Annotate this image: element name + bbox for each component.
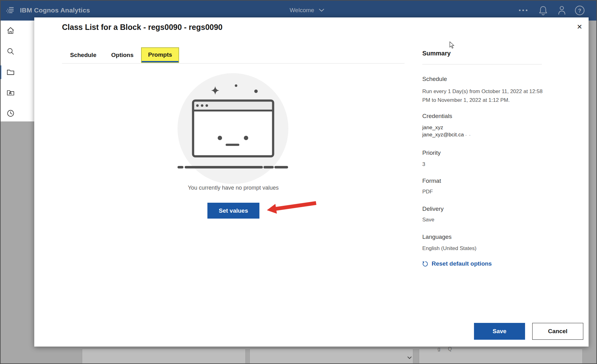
credentials-suffix: - - [465,133,471,137]
annotation-arrow [265,199,318,216]
dimmed-dropdown-chevron-icon [407,355,412,361]
selected-tab-indicator [142,61,178,62]
open-menu-icon[interactable] [5,5,16,16]
welcome-label: Welcome [290,7,314,14]
dialog-title: Class List for a Block - regs0090 - regs… [62,23,223,32]
summary-languages-label: Languages [422,234,452,240]
summary-format-label: Format [422,177,441,184]
summary-separator [422,64,542,64]
empty-prompts-illustration [175,71,291,187]
dimmed-background-card [82,349,246,364]
summary-delivery-value: Save [422,217,434,223]
reset-icon [422,261,428,267]
summary-priority-label: Priority [422,149,441,156]
my-content-icon[interactable] [6,88,15,97]
tab-prompts[interactable]: Prompts [141,47,179,63]
dimmed-background-card [249,349,413,364]
left-navigation [0,21,34,121]
recent-clock-icon[interactable] [6,109,15,118]
reset-default-options-link[interactable]: Reset default options [422,260,492,267]
summary-languages-value: English (United States) [422,245,476,252]
set-values-button[interactable]: Set values [207,203,259,219]
dimmed-background-fragment: g Q [438,346,455,352]
summary-delivery-label: Delivery [422,206,444,212]
cancel-button[interactable]: Cancel [532,323,583,340]
team-content-folder-icon[interactable] [6,68,15,77]
tab-prompts-label: Prompts [142,48,178,61]
summary-format-value: PDF [422,189,433,195]
svg-text:?: ? [578,7,581,13]
chevron-down-icon [319,9,324,12]
summary-credentials-email: jane_xyz@bcit.ca - - [422,132,471,138]
tab-options[interactable]: Options [111,47,134,63]
search-icon[interactable] [6,47,15,56]
mouse-cursor-icon [449,41,455,50]
summary-schedule-label: Schedule [422,76,447,83]
credentials-email-text: jane_xyz@bcit.ca [422,132,464,138]
summary-schedule-value: Run every 1 Day(s) from October 11, 2022… [422,87,544,105]
close-icon[interactable]: × [574,22,585,32]
summary-heading: Summary [422,50,451,57]
tabs-separator [62,63,405,64]
tab-schedule[interactable]: Schedule [70,47,96,63]
reset-default-options-label: Reset default options [432,260,492,267]
summary-credentials-user: jane_xyz [422,125,443,131]
home-icon[interactable] [6,26,15,35]
summary-priority-value: 3 [422,161,425,168]
active-nav-indicator [0,65,1,79]
schedule-dialog: Class List for a Block - regs0090 - regs… [34,17,589,347]
save-button[interactable]: Save [474,323,525,340]
summary-credentials-label: Credentials [422,113,452,120]
empty-prompts-message: You currently have no prompt values [62,185,405,191]
